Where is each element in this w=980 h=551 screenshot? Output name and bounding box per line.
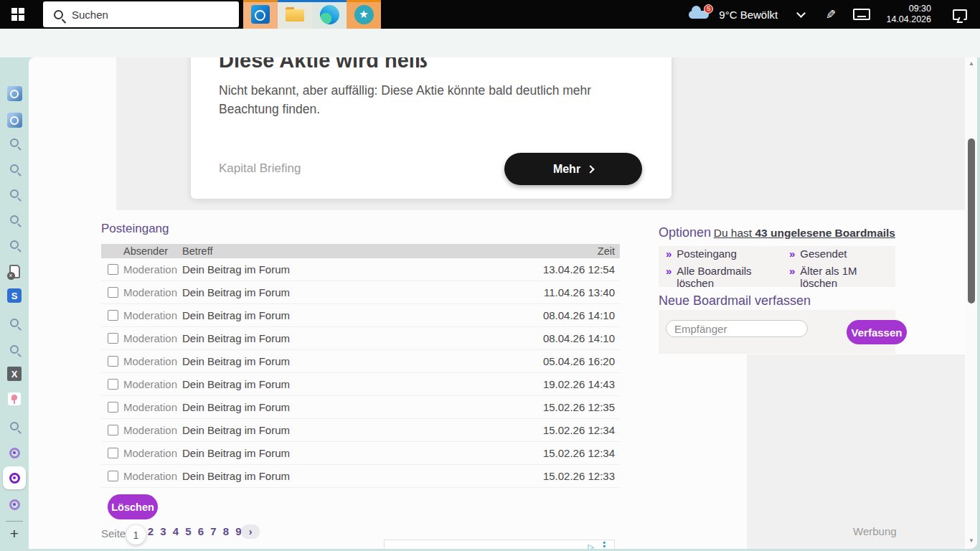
taskbar-app-star[interactable]: ★ [347,0,381,29]
tab-search-5[interactable] [6,236,23,253]
folder-icon [286,7,304,22]
tab-outlook-1[interactable] [6,85,23,102]
ad-label: Werbung [853,525,897,537]
search-icon [10,345,19,354]
row-subject-link[interactable]: Dein Beitrag im Forum [182,401,543,413]
taskbar-app-file-explorer[interactable] [278,0,312,29]
col-sender: Absender [123,245,182,257]
table-row[interactable]: Moderation Dein Beitrag im Forum 19.02.2… [101,373,620,396]
row-sender: Moderation [123,447,182,459]
page-link[interactable]: 7 [210,525,217,537]
search-icon [10,215,19,224]
page-link[interactable]: 6 [197,525,204,537]
row-checkbox[interactable] [108,402,118,413]
row-time: 08.04.26 14:10 [543,309,615,321]
weather-label[interactable]: 9°C Bewölkt [719,9,778,21]
row-checkbox[interactable] [108,471,118,481]
taskbar-app-outlook[interactable] [243,0,278,29]
windows-taskbar: Suchen ★ 5 9°C Bewölkt ✎ 09:30 14.04.202… [0,0,980,29]
row-checkbox[interactable] [108,287,118,298]
row-subject-link[interactable]: Dein Beitrag im Forum [182,355,543,367]
row-checkbox[interactable] [108,448,118,458]
tab-file-blocked[interactable] [6,263,23,280]
row-sender: Moderation [123,286,182,298]
adchoices-icon[interactable]: ▷ [588,542,594,549]
table-row[interactable]: Moderation Dein Beitrag im Forum 15.02.2… [101,442,620,465]
tab-search-3[interactable] [6,185,23,202]
row-checkbox[interactable] [108,379,118,390]
delete-button[interactable]: Löschen [108,494,158,519]
scroll-up-icon[interactable]: ▲ [966,60,977,67]
new-tab-button[interactable]: + [6,525,23,542]
tab-flamingo[interactable] [6,390,23,408]
scroll-down-icon[interactable]: ▼ [966,537,977,544]
double-chevron-icon: » [789,248,795,260]
page-link[interactable]: 5 [185,525,192,537]
recipient-input[interactable] [666,320,808,337]
tab-x-twitter[interactable]: X [6,365,23,382]
mehr-button[interactable]: Mehr [504,153,642,185]
tab-search-6[interactable] [6,314,23,331]
row-checkbox[interactable] [108,425,118,435]
flamingo-favicon-icon [8,392,21,405]
tab-search-1[interactable] [6,134,23,151]
page-link[interactable]: 3 [160,525,167,537]
tab-search-7[interactable] [6,341,23,358]
notification-center-icon[interactable] [953,9,967,20]
row-subject-link[interactable]: Dein Beitrag im Forum [182,263,543,276]
option-link[interactable]: » Älter als 1M löschen [789,265,895,289]
tray-chevron-icon[interactable] [796,9,806,18]
table-row[interactable]: Moderation Dein Beitrag im Forum 08.04.2… [101,327,620,350]
row-subject-link[interactable]: Dein Beitrag im Forum [182,332,543,344]
page-link[interactable]: 4 [172,525,179,537]
pagination-next-button[interactable]: › [241,524,260,539]
weather-cloud-icon[interactable]: 5 [689,11,709,19]
taskbar-app-edge[interactable] [312,0,347,29]
row-subject-link[interactable]: Dein Beitrag im Forum [182,470,543,482]
scrollbar-thumb[interactable] [968,138,975,303]
page-link[interactable]: 8 [222,525,230,537]
start-button-icon[interactable] [11,8,24,21]
tab-onvista-2[interactable] [6,496,23,513]
row-subject-link[interactable]: Dein Beitrag im Forum [182,378,543,390]
outlook-icon [251,5,270,24]
ad-menu-dots-icon[interactable]: ••• [603,541,606,549]
table-row[interactable]: Moderation Dein Beitrag im Forum 15.02.2… [101,419,620,442]
table-row[interactable]: Moderation Dein Beitrag im Forum 11.04.2… [101,281,620,304]
option-link[interactable]: » Posteingang [666,248,789,260]
tab-s-app[interactable]: S [6,287,23,304]
unread-boardmails-link[interactable]: Du hast 43 ungelesene Boardmails [714,227,895,240]
compose-button[interactable]: Verfassen [847,320,907,344]
row-checkbox[interactable] [108,310,118,321]
option-link-label: Gesendet [800,248,847,260]
row-checkbox[interactable] [108,333,118,344]
row-sender: Moderation [123,401,182,413]
row-checkbox[interactable] [108,356,118,367]
page-link[interactable]: 2 [147,525,154,537]
row-subject-link[interactable]: Dein Beitrag im Forum [182,309,543,321]
pen-icon[interactable]: ✎ [826,7,836,22]
touch-keyboard-icon[interactable] [853,9,870,20]
tab-search-2[interactable] [6,160,23,177]
table-row[interactable]: Moderation Dein Beitrag im Forum 15.02.2… [101,396,620,419]
option-link[interactable]: » Gesendet [789,248,895,260]
option-link[interactable]: » Alle Boardmails löschen [666,265,789,289]
tab-search-8[interactable] [6,418,23,435]
row-sender: Moderation [123,424,182,436]
table-row[interactable]: Moderation Dein Beitrag im Forum 08.04.2… [101,304,620,327]
table-row[interactable]: Moderation Dein Beitrag im Forum 05.04.2… [101,350,620,373]
screen: Suchen ★ 5 9°C Bewölkt ✎ 09:30 14.04.202… [0,0,980,551]
tray-clock[interactable]: 09:30 14.04.2026 [886,4,931,25]
row-subject-link[interactable]: Dein Beitrag im Forum [182,447,543,459]
tab-search-4[interactable] [6,211,23,228]
row-checkbox[interactable] [108,264,118,275]
tab-outlook-2[interactable] [6,111,23,128]
table-row[interactable]: Moderation Dein Beitrag im Forum 13.04.2… [101,258,620,281]
tab-onvista-active[interactable] [3,466,26,489]
taskbar-search-input[interactable]: Suchen [43,1,239,27]
page-scrollbar[interactable]: ▲ ▼ [966,57,977,549]
row-subject-link[interactable]: Dein Beitrag im Forum [182,424,543,436]
table-row[interactable]: Moderation Dein Beitrag im Forum 15.02.2… [101,465,620,488]
tab-onvista-1[interactable] [6,444,23,461]
row-subject-link[interactable]: Dein Beitrag im Forum [182,286,544,298]
